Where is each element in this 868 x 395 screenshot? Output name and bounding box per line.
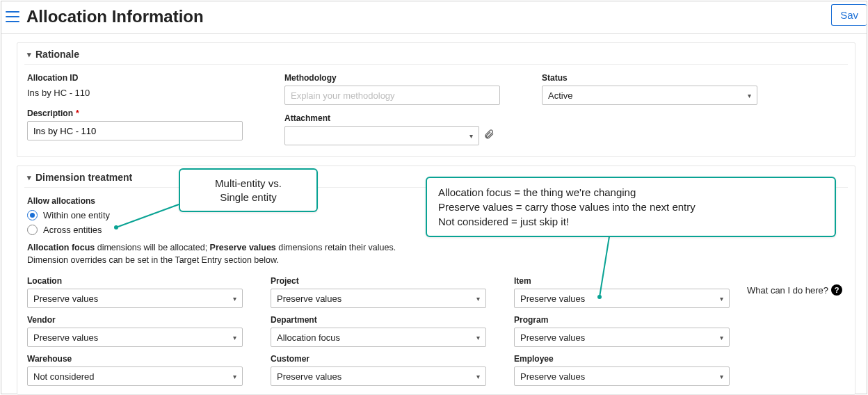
chevron-down-icon: ▾	[233, 373, 236, 380]
location-label: Location	[27, 276, 243, 286]
allocation-id-value: Ins by HC - 110	[27, 86, 257, 100]
save-button[interactable]: Sav	[831, 4, 867, 26]
chevron-down-icon: ▾	[720, 295, 723, 303]
customer-label: Customer	[271, 354, 486, 364]
description-label: Description*	[27, 108, 257, 118]
vendor-label: Vendor	[27, 315, 243, 325]
methodology-input[interactable]	[284, 86, 500, 105]
vendor-select[interactable]: Preserve values▾	[27, 328, 243, 347]
radio-within-label: Within one entity	[43, 210, 110, 220]
radio-icon	[27, 210, 38, 220]
status-label: Status	[542, 73, 771, 83]
chevron-down-icon: ▾	[476, 295, 480, 303]
chevron-down-icon: ▾	[233, 295, 236, 303]
description-input[interactable]	[27, 121, 243, 140]
item-label: Item	[514, 276, 730, 286]
rationale-title: Rationale	[35, 49, 79, 60]
department-select[interactable]: Allocation focus▾	[271, 328, 486, 347]
dimension-help-text: Allocation focus dimensions will be allo…	[27, 242, 472, 266]
paperclip-icon[interactable]	[483, 129, 495, 143]
warehouse-select[interactable]: Not considered▾	[27, 366, 243, 386]
project-label: Project	[271, 276, 486, 286]
warehouse-label: Warehouse	[27, 354, 243, 364]
attachment-label: Attachment	[284, 113, 514, 123]
employee-select[interactable]: Preserve values▾	[514, 366, 730, 386]
rationale-header[interactable]: ▾ Rationale	[24, 49, 848, 65]
item-select[interactable]: Preserve values▾	[514, 289, 730, 308]
employee-label: Employee	[514, 354, 730, 364]
chevron-down-icon: ▾	[27, 173, 31, 182]
chevron-down-icon: ▾	[748, 92, 751, 99]
location-select[interactable]: Preserve values▾	[27, 289, 243, 308]
status-select[interactable]: Active ▾	[542, 86, 757, 105]
chevron-down-icon: ▾	[720, 334, 723, 341]
page-title: Allocation Information	[26, 7, 204, 26]
chevron-down-icon: ▾	[476, 373, 480, 380]
attachment-select[interactable]: ▾	[284, 126, 479, 145]
chevron-down-icon: ▾	[27, 50, 31, 59]
callout-focus: Allocation focus = the thing we're chang…	[426, 177, 836, 237]
allocation-id-label: Allocation ID	[27, 73, 257, 83]
help-icon: ?	[831, 284, 842, 296]
project-select[interactable]: Preserve values▾	[271, 289, 486, 308]
what-can-i-do-link[interactable]: What can I do here? ?	[747, 284, 842, 296]
rationale-section: ▾ Rationale Allocation ID Ins by HC - 11…	[17, 42, 855, 157]
chevron-down-icon: ▾	[233, 334, 236, 341]
methodology-label: Methodology	[284, 73, 514, 83]
chevron-down-icon: ▾	[469, 132, 473, 140]
program-label: Program	[514, 315, 730, 325]
program-select[interactable]: Preserve values▾	[514, 328, 730, 347]
department-label: Department	[271, 315, 486, 325]
radio-across-label: Across entities	[43, 225, 102, 235]
menu-icon[interactable]	[6, 11, 19, 22]
radio-icon	[27, 225, 38, 235]
status-value: Active	[548, 90, 572, 101]
customer-select[interactable]: Preserve values▾	[271, 366, 486, 386]
callout-entity: Multi-entity vs. Single entity	[179, 168, 318, 212]
dimension-title: Dimension treatment	[35, 172, 132, 183]
chevron-down-icon: ▾	[476, 334, 480, 341]
chevron-down-icon: ▾	[720, 373, 723, 380]
